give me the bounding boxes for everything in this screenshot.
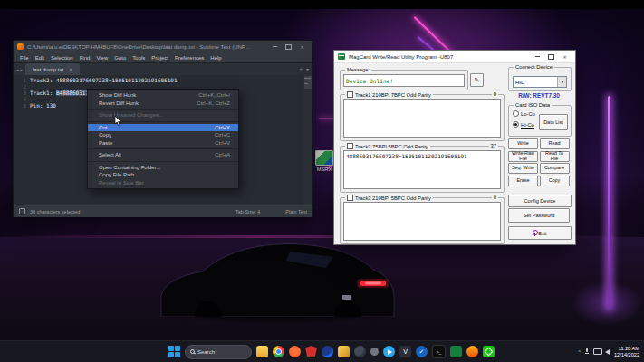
- maximize-icon[interactable]: [282, 42, 295, 52]
- menu-view[interactable]: View: [96, 55, 108, 61]
- track-name: Track2 75BPI 5BPC Odd Parity: [355, 144, 428, 149]
- minimize-icon[interactable]: [531, 52, 544, 62]
- radio-lo-co[interactable]: Lo-Co: [513, 110, 535, 117]
- exit-button[interactable]: Exit: [508, 226, 572, 240]
- msrx-app-icon: [315, 150, 333, 166]
- start-button[interactable]: [168, 346, 180, 357]
- sublime-logo-icon: [17, 43, 24, 50]
- write-raw-file-button[interactable]: Write Raw File: [508, 151, 538, 162]
- seq-write-button[interactable]: Seq. Write: [508, 163, 538, 174]
- erase-button[interactable]: Erase: [508, 176, 538, 186]
- overflow-icon[interactable]: ▾: [306, 66, 309, 72]
- copy-button[interactable]: Copy: [540, 176, 570, 186]
- checkbox-icon[interactable]: [347, 143, 353, 149]
- context-item-copy-file-path[interactable]: Copy File Path: [88, 171, 238, 179]
- chevron-down-icon[interactable]: [557, 77, 566, 87]
- menu-goto[interactable]: Goto: [114, 55, 126, 61]
- context-item-cut[interactable]: CutCtrl+X: [88, 124, 238, 132]
- new-tab-icon[interactable]: +: [299, 66, 303, 72]
- context-item-show-diff-hunk[interactable]: Show Diff HunkCtrl+K, Ctrl+/: [88, 91, 238, 100]
- taskbar-icon-globe[interactable]: [322, 346, 333, 357]
- context-item-shortcut: Ctrl+C: [215, 132, 230, 138]
- track-header: Track1 210BPI 7BPC Odd Parity: [345, 91, 433, 98]
- microphone-icon[interactable]: [585, 348, 589, 356]
- clock[interactable]: 11:28 AM 12/14/2022: [614, 346, 639, 357]
- taskbar-icon-terminal[interactable]: >_: [432, 345, 446, 358]
- write-button[interactable]: Write: [508, 138, 538, 149]
- tab-nav-back-icon[interactable]: ◂: [16, 67, 19, 72]
- maximize-icon[interactable]: [544, 52, 558, 62]
- set-password-button[interactable]: Set Password: [508, 208, 570, 223]
- menu-edit[interactable]: Edit: [35, 55, 44, 61]
- selection-info: 38 characters selected: [30, 209, 80, 214]
- track-group-track2: Track2 75BPI 5BPC Odd Parity374888603176…: [340, 146, 505, 193]
- taskbar-icon-steam[interactable]: [354, 346, 366, 357]
- menu-project[interactable]: Project: [151, 55, 168, 61]
- minimap[interactable]: [303, 75, 312, 205]
- taskbar-icon-vbox[interactable]: V: [399, 346, 411, 357]
- checkbox-icon[interactable]: [347, 195, 353, 201]
- minimize-icon[interactable]: [268, 42, 282, 52]
- magcard-titlebar[interactable]: MagCard Write/Read Utility Program -U807…: [334, 51, 575, 63]
- menu-divider: [88, 109, 238, 110]
- syntax-indicator[interactable]: Plain Text: [285, 209, 307, 214]
- network-icon[interactable]: [593, 348, 601, 355]
- taskbar-icon-shield[interactable]: [305, 346, 317, 357]
- track-data-field[interactable]: 4888603176607238=15051011202191605191: [343, 150, 501, 189]
- volume-icon[interactable]: [605, 349, 610, 355]
- taskbar-icon-brave[interactable]: [289, 346, 301, 357]
- compare-button[interactable]: Compare: [540, 163, 570, 174]
- taskbar-icon-flame[interactable]: [466, 346, 478, 357]
- tab-size-indicator[interactable]: Tab Size: 4: [235, 209, 260, 214]
- context-item-revert-diff-hunk[interactable]: Revert Diff HunkCtrl+K, Ctrl+Z: [88, 100, 238, 108]
- context-item-open-containing-folder[interactable]: Open Containing Folder...: [88, 164, 238, 172]
- taskbar-icon-file-explorer[interactable]: [256, 346, 268, 357]
- checkbox-icon[interactable]: [347, 91, 353, 98]
- close-icon[interactable]: ✕: [558, 52, 572, 62]
- data-list-button[interactable]: Data List: [539, 114, 568, 130]
- search-box[interactable]: Search: [185, 345, 252, 359]
- menu-help[interactable]: Help: [210, 55, 221, 61]
- radio-selected-icon[interactable]: [513, 121, 519, 128]
- read-button[interactable]: Read: [540, 138, 570, 149]
- taskbar-icon-check[interactable]: ✓: [416, 346, 428, 357]
- sublime-titlebar[interactable]: C:\Users\a.u.e\DESKTOP-HM4BUF8\OneDrive\…: [14, 41, 312, 52]
- radio-hi-co[interactable]: Hi-Co: [513, 121, 534, 128]
- note-button[interactable]: [470, 73, 484, 87]
- magcard-app-icon: [338, 53, 345, 60]
- track-count: 37: [489, 143, 498, 148]
- street-light-pole: [608, 96, 610, 310]
- context-item-paste[interactable]: PasteCtrl+V: [88, 139, 238, 148]
- menu-tools[interactable]: Tools: [132, 55, 145, 61]
- radio-icon[interactable]: [513, 110, 519, 117]
- taskbar-icon-chrome[interactable]: [273, 346, 284, 357]
- track-group-track1: Track1 210BPI 7BPC Odd Parity0: [340, 94, 505, 141]
- config-device-button[interactable]: Config Device: [508, 195, 572, 207]
- menu-file[interactable]: File: [20, 55, 29, 61]
- device-select[interactable]: HID: [513, 76, 567, 88]
- sublime-tabbar: ◂ ▸ last dump.txt ✕ + ▾: [14, 63, 312, 75]
- taskbar-icon-gray[interactable]: [370, 348, 379, 356]
- taskbar-icon-greenbox[interactable]: [450, 346, 462, 357]
- track-data-field[interactable]: [343, 99, 501, 138]
- taskbar-icon-sharex[interactable]: [483, 346, 495, 357]
- context-item-select-all[interactable]: Select AllCtrl+A: [88, 151, 238, 159]
- menu-find[interactable]: Find: [80, 55, 91, 61]
- taskbar-icon-telegram[interactable]: [383, 346, 395, 357]
- taskbar-icon-gold[interactable]: [338, 346, 350, 357]
- tray-chevron-icon[interactable]: ^: [578, 349, 581, 355]
- read-to-file-button[interactable]: Read To File: [540, 151, 570, 162]
- tab-nav-forward-icon[interactable]: ▸: [21, 67, 24, 72]
- street-light-glow: [571, 281, 643, 326]
- context-item-shortcut: Ctrl+A: [215, 152, 230, 157]
- close-icon[interactable]: ✕: [295, 42, 309, 52]
- menu-preferences[interactable]: Preferences: [175, 55, 204, 61]
- message-field[interactable]: Device Online!: [343, 74, 465, 87]
- context-item-copy[interactable]: CopyCtrl+C: [88, 131, 238, 139]
- tab-last-dump[interactable]: last dump.txt ✕: [25, 63, 80, 75]
- search-icon: [190, 349, 195, 354]
- track-data-field[interactable]: [343, 202, 501, 241]
- menu-selection[interactable]: Selection: [51, 55, 73, 61]
- editor-line[interactable]: 1Track2: 4888603176607238=15051011202191…: [14, 77, 303, 83]
- tab-close-icon[interactable]: ✕: [69, 67, 73, 72]
